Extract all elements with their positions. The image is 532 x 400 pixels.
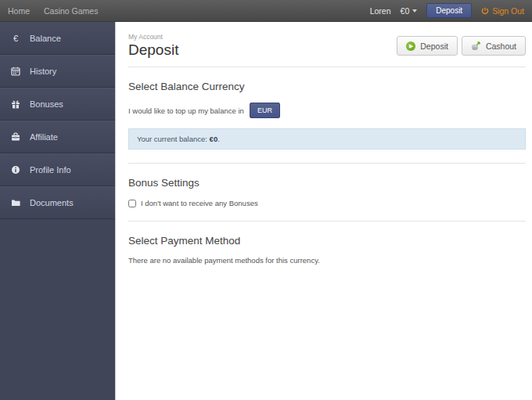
nav-casino-games[interactable]: Casino Games bbox=[44, 6, 98, 16]
sidebar-item-label: Documents bbox=[30, 198, 74, 207]
power-icon bbox=[481, 7, 489, 15]
bonus-optout-label[interactable]: I don't want to receive any Bonuses bbox=[141, 199, 258, 207]
sidebar-item-balance[interactable]: € Balance bbox=[0, 22, 115, 55]
payment-empty-message: There are no available payment methods f… bbox=[128, 256, 526, 265]
deposit-button-label: Deposit bbox=[420, 41, 448, 51]
topbar-deposit-button[interactable]: Deposit bbox=[426, 3, 472, 18]
balance-info-box: Your current balance: €0. bbox=[128, 128, 526, 150]
section-divider bbox=[128, 221, 526, 222]
header-actions: ▶ Deposit Cashout bbox=[397, 36, 526, 56]
balance-amount: €0 bbox=[401, 6, 410, 16]
cashout-button[interactable]: Cashout bbox=[462, 36, 526, 56]
user-name[interactable]: Loren bbox=[370, 6, 391, 16]
balance-text: Your current balance: bbox=[137, 135, 210, 143]
gift-icon bbox=[10, 99, 21, 109]
balance-dropdown[interactable]: €0 bbox=[401, 6, 418, 16]
breadcrumb: My Account bbox=[128, 33, 178, 41]
currency-section-heading: Select Balance Currency bbox=[128, 81, 526, 92]
caret-down-icon bbox=[412, 9, 417, 13]
calendar-icon bbox=[10, 67, 21, 76]
page-title: Deposit bbox=[128, 41, 178, 59]
sidebar-item-documents[interactable]: Documents bbox=[0, 186, 115, 219]
currency-selector-button[interactable]: EUR bbox=[250, 103, 280, 118]
section-divider bbox=[128, 163, 526, 164]
bonus-optout-checkbox[interactable] bbox=[128, 200, 136, 207]
deposit-button[interactable]: ▶ Deposit bbox=[397, 36, 458, 56]
balance-value: €0 bbox=[210, 135, 218, 143]
sidebar-item-history[interactable]: History bbox=[0, 55, 115, 88]
signout-label: Sign Out bbox=[492, 6, 524, 16]
currency-prompt: I would like to top up my balance in bbox=[128, 106, 244, 115]
euro-icon: € bbox=[10, 34, 21, 43]
payment-section-heading: Select Payment Method bbox=[128, 235, 526, 247]
topbar: Home Casino Games Loren €0 Deposit Sign … bbox=[0, 0, 532, 22]
sidebar-item-profile-info[interactable]: Profile Info bbox=[0, 153, 115, 186]
main-content: My Account Deposit ▶ Deposit Cashout Sel… bbox=[117, 22, 532, 400]
sidebar-item-label: Bonuses bbox=[30, 99, 63, 109]
info-icon bbox=[10, 165, 21, 175]
topbar-right: Loren €0 Deposit Sign Out bbox=[370, 3, 524, 18]
briefcase-icon bbox=[10, 132, 21, 142]
coins-icon bbox=[471, 41, 481, 51]
main-header: My Account Deposit ▶ Deposit Cashout bbox=[128, 22, 526, 67]
currency-row: I would like to top up my balance in EUR bbox=[128, 103, 526, 118]
title-block: My Account Deposit bbox=[128, 33, 178, 59]
folder-icon bbox=[10, 198, 21, 207]
top-navigation: Home Casino Games bbox=[8, 6, 98, 16]
sidebar-item-label: History bbox=[30, 67, 56, 76]
balance-suffix: . bbox=[217, 135, 220, 143]
bonus-section-heading: Bonus Settings bbox=[128, 177, 526, 189]
sidebar-item-label: Balance bbox=[30, 34, 61, 43]
sidebar-item-affiliate[interactable]: Affiliate bbox=[0, 121, 115, 153]
bonus-optout-row: I don't want to receive any Bonuses bbox=[128, 199, 526, 207]
sidebar-item-bonuses[interactable]: Bonuses bbox=[0, 88, 115, 121]
signout-link[interactable]: Sign Out bbox=[481, 6, 524, 16]
sidebar: € Balance History Bonuses Affiliate Prof… bbox=[0, 22, 116, 400]
cashout-button-label: Cashout bbox=[486, 41, 516, 51]
nav-home[interactable]: Home bbox=[8, 6, 30, 16]
sidebar-item-label: Profile Info bbox=[30, 165, 71, 175]
deposit-arrow-icon: ▶ bbox=[406, 41, 415, 51]
sidebar-item-label: Affiliate bbox=[30, 132, 58, 142]
